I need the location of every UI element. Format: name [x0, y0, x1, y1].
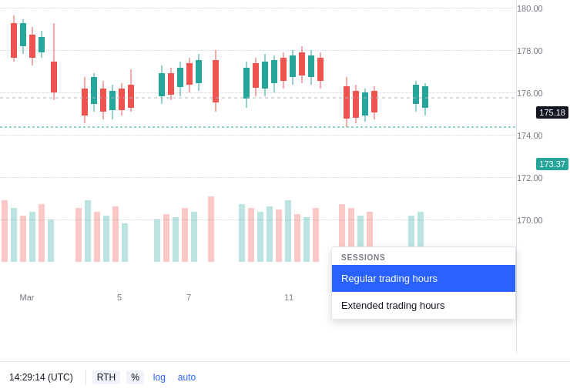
x-label-mar: Mar — [20, 293, 35, 302]
auto-button[interactable]: auto — [175, 370, 199, 384]
svg-rect-55 — [353, 91, 359, 118]
svg-rect-9 — [51, 62, 57, 92]
svg-rect-92 — [313, 208, 319, 262]
extended-trading-hours-option[interactable]: Extended trading hours — [332, 292, 515, 319]
svg-rect-61 — [413, 85, 419, 104]
svg-rect-39 — [262, 62, 268, 89]
svg-rect-1 — [11, 23, 17, 58]
svg-rect-7 — [39, 37, 45, 52]
svg-rect-70 — [39, 204, 45, 262]
svg-rect-83 — [208, 196, 214, 262]
svg-rect-85 — [248, 208, 254, 262]
svg-rect-73 — [85, 200, 91, 262]
svg-rect-68 — [20, 216, 26, 262]
svg-rect-86 — [257, 212, 263, 262]
price-label-180: 180.00 — [517, 4, 549, 13]
svg-rect-76 — [112, 206, 119, 262]
rth-button[interactable]: RTH — [92, 370, 120, 384]
svg-rect-67 — [11, 208, 17, 262]
svg-rect-71 — [48, 219, 54, 262]
svg-rect-57 — [362, 92, 368, 116]
svg-rect-27 — [177, 68, 183, 87]
x-label-7: 7 — [186, 293, 191, 302]
toolbar-separator-1 — [86, 370, 86, 385]
svg-rect-49 — [308, 55, 314, 77]
svg-rect-82 — [191, 212, 197, 262]
svg-rect-78 — [154, 219, 160, 262]
svg-rect-63 — [422, 86, 428, 108]
svg-rect-47 — [299, 52, 305, 75]
log-button[interactable]: log — [150, 370, 169, 384]
sessions-dropdown: SESSIONS Regular trading hours Extended … — [331, 246, 516, 320]
svg-rect-29 — [186, 63, 193, 85]
sessions-section-label: SESSIONS — [332, 247, 515, 265]
svg-rect-51 — [317, 58, 324, 81]
svg-rect-19 — [119, 89, 125, 110]
svg-rect-3 — [20, 23, 26, 46]
price-axis: 180.00 178.00 176.00 175.18 174.00 173.3… — [516, 0, 570, 354]
svg-rect-77 — [122, 223, 128, 262]
svg-rect-91 — [303, 217, 310, 262]
svg-rect-31 — [196, 60, 202, 83]
svg-rect-87 — [267, 206, 273, 262]
svg-rect-84 — [239, 204, 245, 262]
svg-rect-15 — [100, 89, 106, 112]
svg-rect-74 — [94, 212, 100, 262]
svg-rect-43 — [280, 58, 287, 81]
svg-rect-90 — [294, 214, 300, 262]
svg-rect-79 — [163, 214, 169, 262]
live-price-badge: 173.37 — [536, 158, 568, 170]
svg-rect-69 — [29, 212, 35, 262]
svg-rect-45 — [290, 55, 296, 77]
price-label-176: 176.00 — [517, 89, 549, 98]
svg-rect-13 — [91, 77, 97, 104]
bottom-toolbar: 14:29:14 (UTC) RTH % log auto — [0, 361, 570, 392]
svg-rect-66 — [2, 200, 8, 262]
x-label-11: 11 — [284, 293, 293, 302]
svg-rect-75 — [103, 216, 109, 262]
svg-rect-37 — [253, 63, 259, 88]
price-label-170: 170.00 — [517, 216, 549, 225]
chart-area: 180.00 178.00 176.00 175.18 174.00 173.3… — [0, 0, 570, 354]
svg-rect-81 — [182, 208, 188, 262]
svg-rect-89 — [285, 200, 291, 262]
svg-rect-23 — [159, 73, 165, 96]
svg-rect-88 — [276, 209, 282, 262]
svg-rect-59 — [371, 91, 377, 112]
svg-rect-5 — [29, 35, 35, 58]
svg-rect-53 — [344, 86, 350, 119]
svg-rect-33 — [213, 60, 219, 102]
current-price-badge: 175.18 — [536, 106, 568, 119]
price-label-174: 174.00 — [517, 131, 549, 140]
svg-rect-35 — [243, 68, 250, 99]
price-label-178: 178.00 — [517, 46, 549, 55]
svg-rect-72 — [75, 208, 82, 262]
svg-rect-25 — [168, 73, 174, 95]
toolbar-time: 14:29:14 (UTC) — [9, 372, 73, 383]
svg-rect-17 — [109, 91, 116, 110]
svg-rect-80 — [173, 217, 179, 262]
price-label-172: 172.00 — [517, 173, 549, 183]
svg-rect-21 — [128, 85, 134, 108]
x-label-5: 5 — [117, 293, 122, 302]
svg-rect-41 — [271, 60, 277, 83]
regular-trading-hours-option[interactable]: Regular trading hours — [332, 265, 515, 292]
percent-button[interactable]: % — [126, 370, 144, 384]
svg-rect-11 — [82, 89, 88, 116]
